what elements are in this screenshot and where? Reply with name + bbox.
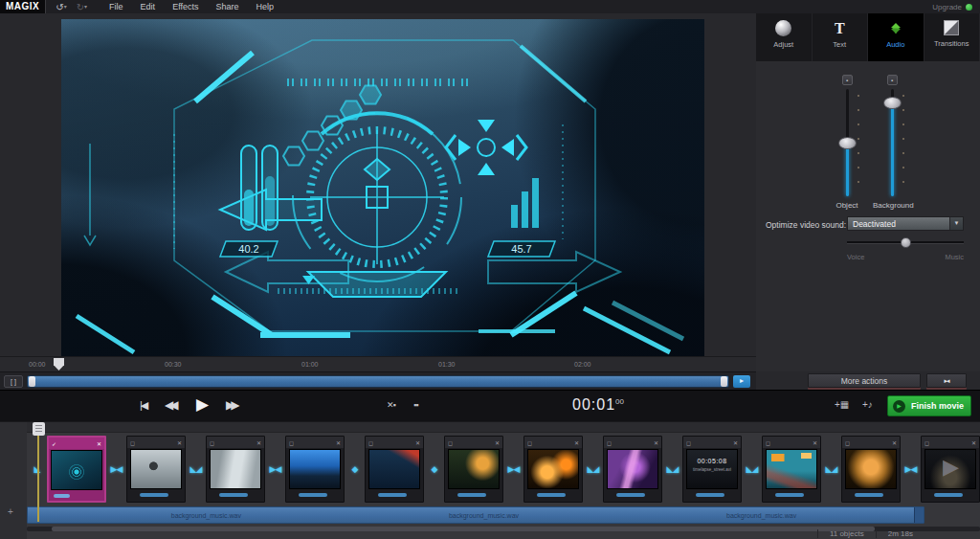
clip-marker-icon: ◻ xyxy=(607,439,612,446)
timeline-clip[interactable]: ◻✕ xyxy=(523,436,583,503)
clip-thumbnail[interactable] xyxy=(448,449,500,489)
menu-item-file[interactable]: File xyxy=(100,0,132,13)
mute-object-button[interactable]: ▪ xyxy=(842,75,853,85)
mute-background-button[interactable]: ▪ xyxy=(887,75,898,85)
tab-adjust[interactable]: Adjust xyxy=(756,13,813,61)
video-preview[interactable]: 40.2 45.7 xyxy=(61,19,704,356)
clip-thumbnail[interactable] xyxy=(368,449,420,489)
close-icon[interactable]: ✕ xyxy=(733,439,738,446)
add-video-button[interactable]: +▦ xyxy=(835,399,849,410)
scrub-track[interactable] xyxy=(27,375,729,388)
transition-icon[interactable]: ◣◢ xyxy=(662,464,682,474)
timeline-clip[interactable]: ◻✕ xyxy=(444,436,503,503)
timeline-clip[interactable]: ◻✕ xyxy=(365,436,424,503)
close-icon[interactable]: ✕ xyxy=(971,439,976,446)
scrub-next-button[interactable]: ▸ xyxy=(733,375,750,388)
add-track-icon[interactable]: + xyxy=(8,506,13,517)
menu-bar: MAGIX ↺▾ ↻▾ File Edit Effects Share Help… xyxy=(0,0,980,13)
finish-movie-button[interactable]: ▶ Finish movie xyxy=(887,395,971,416)
clip-thumbnail[interactable] xyxy=(51,450,102,490)
transition-icon[interactable]: ◣◢ xyxy=(821,464,841,474)
close-icon[interactable]: ✕ xyxy=(336,439,341,446)
more-actions-button[interactable]: More actions xyxy=(808,373,921,388)
clip-thumbnail[interactable] xyxy=(130,449,182,489)
close-icon[interactable]: ✕ xyxy=(256,439,261,446)
close-icon[interactable]: ✕ xyxy=(177,439,182,446)
timeline-clip[interactable]: ◻✕ xyxy=(841,436,901,503)
timeline-header-strip[interactable] xyxy=(0,422,980,433)
background-slider-track[interactable] xyxy=(891,89,894,196)
remove-clip-button[interactable]: ✕▪ xyxy=(387,400,395,410)
chevron-down-icon[interactable]: ▼ xyxy=(949,217,963,230)
transition-icon[interactable]: ▶◀ xyxy=(106,464,126,474)
clip-thumbnail[interactable] xyxy=(210,449,261,489)
add-music-button[interactable]: +♪ xyxy=(862,399,873,410)
skip-start-button[interactable]: |◀ xyxy=(140,399,146,412)
transition-icon[interactable]: ◣◢ xyxy=(583,464,603,474)
fit-view-button[interactable]: [ ] xyxy=(4,375,23,388)
transition-icon[interactable]: ◣◢ xyxy=(742,464,762,474)
transition-icon[interactable]: ▶◀ xyxy=(503,464,523,474)
transition-icon[interactable]: ▶◀ xyxy=(265,464,285,474)
close-icon[interactable]: ✕ xyxy=(574,439,579,446)
tab-transitions[interactable]: Transitions xyxy=(924,13,980,61)
clip-thumbnail[interactable] xyxy=(766,449,817,489)
rewind-button[interactable]: ◀◀ xyxy=(165,398,174,412)
timeline-clip[interactable]: ◻✕ xyxy=(762,436,821,503)
transition-icon[interactable]: ◣◢ xyxy=(186,464,206,474)
clip-thumbnail[interactable]: 00:05:08timelapse_street.avi xyxy=(686,449,738,489)
timeline-clip[interactable]: ◻✕ xyxy=(285,436,345,503)
timeline-playhead[interactable] xyxy=(33,422,45,436)
tab-text[interactable]: T Text xyxy=(813,13,869,61)
preview-ruler[interactable]: 00:00 00:30 01:00 01:30 02:00 xyxy=(0,356,756,371)
scroll-right-icon[interactable]: ▶ xyxy=(943,455,959,480)
close-icon[interactable]: ✕ xyxy=(892,439,897,446)
transition-icon[interactable]: ◆ xyxy=(345,464,365,474)
fast-forward-button[interactable]: ▶▶ xyxy=(226,398,235,412)
finish-label: Finish movie xyxy=(911,401,964,411)
menu-item-share[interactable]: Share xyxy=(207,0,247,13)
clip-thumbnail[interactable] xyxy=(527,449,579,489)
clip-header: ◻✕ xyxy=(445,437,502,448)
close-icon[interactable]: ✕ xyxy=(813,439,817,446)
collapse-panel-button[interactable]: ▸◂ xyxy=(926,373,967,388)
play-button[interactable]: ▶ xyxy=(196,394,209,415)
background-slider-handle[interactable] xyxy=(883,97,902,109)
timeline-clip[interactable]: ◻✕00:05:08timelapse_street.avi xyxy=(682,436,742,503)
timeline-clip[interactable]: ✓✕ xyxy=(47,436,106,503)
scrub-handle-right[interactable] xyxy=(721,376,727,387)
transition-icon[interactable]: ▶◀ xyxy=(901,464,921,474)
object-slider-handle[interactable] xyxy=(838,137,857,149)
audio-track[interactable]: background_music.wav background_music.wa… xyxy=(27,506,924,524)
clip-footer xyxy=(445,489,502,501)
transition-icon[interactable]: ◆ xyxy=(424,464,444,474)
menu-item-effects[interactable]: Effects xyxy=(164,0,207,13)
clip-thumbnail[interactable] xyxy=(289,449,341,489)
close-icon[interactable]: ✕ xyxy=(654,439,658,446)
close-icon[interactable]: ✕ xyxy=(415,439,420,446)
menu-item-help[interactable]: Help xyxy=(248,0,283,13)
scrub-handle-left[interactable] xyxy=(29,376,35,387)
object-slider-track[interactable] xyxy=(846,89,849,196)
optimize-slider-handle[interactable] xyxy=(901,237,911,248)
scrollbar-thumb[interactable] xyxy=(52,527,875,531)
close-icon[interactable]: ✕ xyxy=(97,440,101,447)
preview-playhead[interactable] xyxy=(54,358,64,371)
clip-progress-bar xyxy=(934,493,963,497)
clip-thumbnail[interactable] xyxy=(607,449,658,489)
timeline-clip[interactable]: ◻✕ xyxy=(206,436,265,503)
close-icon[interactable]: ✕ xyxy=(495,439,500,446)
redo-icon[interactable]: ↻▾ xyxy=(77,2,87,12)
timeline-clip[interactable]: ◻✕ xyxy=(126,436,186,503)
split-clip-button[interactable]: ▪▪ xyxy=(413,400,417,410)
app-window: MAGIX ↺▾ ↻▾ File Edit Effects Share Help… xyxy=(0,0,980,539)
menu-item-edit[interactable]: Edit xyxy=(132,0,165,13)
clip-thumbnail[interactable] xyxy=(845,449,897,489)
optimize-dropdown[interactable]: Deactivated ▼ xyxy=(847,216,964,231)
optimize-slider-track[interactable] xyxy=(847,241,964,244)
timeline-clip[interactable]: ◻✕ xyxy=(603,436,662,503)
hud-overlay-graphic: 40.2 45.7 xyxy=(61,19,704,356)
upgrade-link[interactable]: Upgrade xyxy=(932,3,980,11)
tab-audio[interactable]: Audio xyxy=(868,13,924,61)
undo-icon[interactable]: ↺▾ xyxy=(56,2,66,12)
